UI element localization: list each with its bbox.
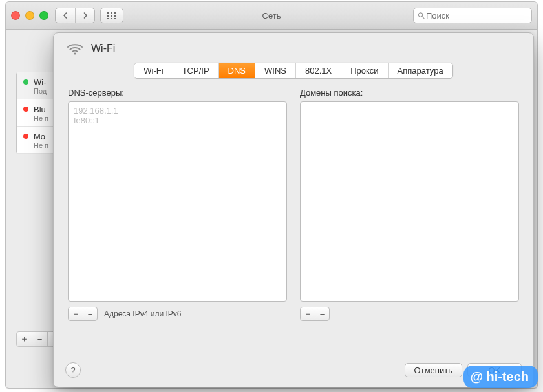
- search-field[interactable]: [413, 8, 532, 23]
- window-traffic-lights: [11, 11, 48, 20]
- grid-icon: [107, 12, 116, 19]
- wifi-icon: [67, 42, 83, 55]
- tab-tcp-ip[interactable]: TCP/IP: [173, 63, 219, 78]
- sidebar-item-status: Под: [34, 87, 47, 95]
- status-dot-icon: [23, 107, 28, 112]
- tab-wi-fi[interactable]: Wi-Fi: [134, 63, 173, 78]
- svg-rect-5: [114, 15, 116, 17]
- tab--[interactable]: Прокси: [341, 63, 388, 78]
- sheet-header: Wi-Fi: [54, 33, 533, 57]
- domains-add-remove: ＋ −: [300, 307, 330, 321]
- search-icon: [418, 12, 425, 19]
- sidebar-item-name: Blu: [34, 105, 48, 114]
- svg-point-9: [418, 13, 422, 17]
- status-dot-icon: [23, 79, 28, 85]
- tab-dns[interactable]: DNS: [219, 63, 255, 78]
- advanced-settings-sheet: Wi-Fi Wi-FiTCP/IPDNSWINS802.1XПроксиАппа…: [53, 32, 534, 387]
- forward-button[interactable]: [75, 8, 94, 23]
- tab-wins[interactable]: WINS: [255, 63, 296, 78]
- dns-hint: Адреса IPv4 или IPv6: [104, 309, 181, 318]
- svg-rect-7: [111, 18, 112, 19]
- cancel-button[interactable]: Отменить: [405, 363, 462, 377]
- svg-line-10: [422, 17, 424, 19]
- search-domains-listbox[interactable]: [300, 101, 519, 302]
- tabs-segmented-control: Wi-FiTCP/IPDNSWINS802.1XПроксиАппаратура: [134, 63, 452, 79]
- svg-rect-8: [114, 18, 116, 19]
- show-all-button[interactable]: [100, 8, 123, 23]
- zoom-window-icon[interactable]: [39, 11, 48, 20]
- sheet-help-button[interactable]: ?: [65, 362, 81, 378]
- dns-remove-button[interactable]: −: [83, 307, 97, 320]
- tab--[interactable]: Аппаратура: [389, 63, 452, 78]
- dns-add-button[interactable]: ＋: [69, 307, 83, 320]
- svg-point-11: [74, 52, 76, 54]
- chevron-right-icon: [82, 12, 89, 19]
- minimize-window-icon[interactable]: [25, 11, 34, 20]
- status-dot-icon: [23, 134, 28, 139]
- svg-rect-6: [107, 18, 109, 19]
- svg-rect-4: [111, 15, 112, 17]
- dns-server-entry[interactable]: 192.168.1.1: [74, 106, 281, 116]
- dns-servers-column: DNS-серверы: 192.168.1.1fe80::1 ＋ − Адре…: [68, 88, 287, 321]
- search-domains-column: Домены поиска: ＋ −: [300, 88, 519, 321]
- titlebar: Сеть: [6, 2, 537, 30]
- domains-add-button[interactable]: ＋: [301, 307, 315, 320]
- svg-rect-0: [107, 12, 109, 14]
- tab-802-1x[interactable]: 802.1X: [296, 63, 341, 78]
- sidebar-item-name: Wi-: [34, 77, 47, 87]
- sidebar-item-status: Не п: [34, 141, 48, 149]
- svg-rect-2: [114, 12, 116, 14]
- watermark-badge: @ hi-tech: [463, 366, 538, 388]
- dns-servers-listbox[interactable]: 192.168.1.1fe80::1: [68, 101, 287, 302]
- sheet-title: Wi-Fi: [91, 43, 115, 54]
- nav-back-forward: [55, 8, 95, 23]
- dns-server-entry[interactable]: fe80::1: [74, 116, 281, 125]
- domains-remove-button[interactable]: −: [315, 307, 329, 320]
- svg-rect-3: [107, 15, 109, 17]
- close-window-icon[interactable]: [11, 11, 20, 20]
- back-button[interactable]: [56, 8, 75, 23]
- dns-servers-label: DNS-серверы:: [68, 88, 287, 98]
- sidebar-add-button[interactable]: ＋: [17, 332, 32, 346]
- sidebar-item-name: Mo: [34, 132, 48, 141]
- sidebar-item-status: Не п: [34, 114, 48, 122]
- chevron-left-icon: [62, 12, 69, 19]
- search-domains-label: Домены поиска:: [300, 88, 519, 98]
- dns-add-remove: ＋ −: [68, 307, 98, 321]
- svg-rect-1: [111, 12, 112, 14]
- search-input[interactable]: [425, 10, 527, 21]
- watermark-text: @ hi-tech: [470, 369, 529, 384]
- sidebar-remove-button[interactable]: −: [32, 332, 48, 346]
- sheet-footer: ? Отменить OK: [54, 356, 533, 387]
